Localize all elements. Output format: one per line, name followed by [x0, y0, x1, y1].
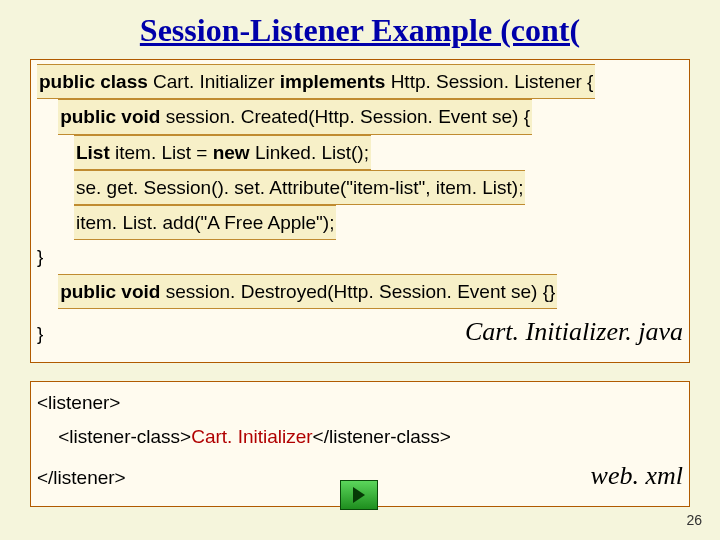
text-closebrace: }: [37, 317, 43, 350]
kw-implements: implements: [280, 71, 386, 92]
kw-new: new: [213, 142, 250, 163]
play-button[interactable]: [340, 480, 378, 510]
text-linkedlist: Linked. List();: [250, 142, 369, 163]
text-setattr: se. get. Session(). set. Attribute("item…: [74, 170, 525, 205]
text-classname: Cart. Initializer: [148, 71, 280, 92]
kw-public-void-2: public void: [60, 281, 160, 302]
text-method-created: session. Created(Http. Session. Event se…: [160, 106, 530, 127]
text-interface: Http. Session. Listener {: [385, 71, 593, 92]
xml-filename: web. xml: [591, 453, 683, 499]
play-icon: [353, 487, 365, 503]
xml-class-name: Cart. Initializer: [191, 426, 312, 447]
code-line-8: } Cart. Initializer. java: [37, 309, 683, 355]
slide: Session-Listener Example (cont( public c…: [0, 0, 720, 540]
text-method-destroyed: session. Destroyed(Http. Session. Event …: [160, 281, 555, 302]
xml-class-close: </listener-class>: [313, 426, 451, 447]
text-itemlist: item. List =: [115, 142, 213, 163]
code-line-1: public class Cart. Initializer implement…: [37, 64, 683, 99]
kw-public-class: public class: [39, 71, 148, 92]
text-add: item. List. add("A Free Apple");: [74, 205, 337, 240]
code-line-3: List item. List = new Linked. List();: [37, 135, 683, 170]
code-line-5: item. List. add("A Free Apple");: [37, 205, 683, 240]
java-filename: Cart. Initializer. java: [465, 309, 683, 355]
xml-line-2: <listener-class>Cart. Initializer</liste…: [37, 420, 683, 453]
kw-public-void-1: public void: [60, 106, 160, 127]
kw-list: List: [76, 142, 115, 163]
xml-class-open: <listener-class>: [58, 426, 191, 447]
code-line-4: se. get. Session(). set. Attribute("item…: [37, 170, 683, 205]
xml-close: </listener>: [37, 461, 126, 494]
java-code-box: public class Cart. Initializer implement…: [30, 59, 690, 363]
code-line-2: public void session. Created(Http. Sessi…: [37, 99, 683, 134]
xml-line-1: <listener>: [37, 386, 683, 419]
code-line-6: }: [37, 240, 683, 273]
slide-title: Session-Listener Example (cont(: [30, 12, 690, 49]
page-number: 26: [686, 512, 702, 528]
code-line-7: public void session. Destroyed(Http. Ses…: [37, 274, 683, 309]
